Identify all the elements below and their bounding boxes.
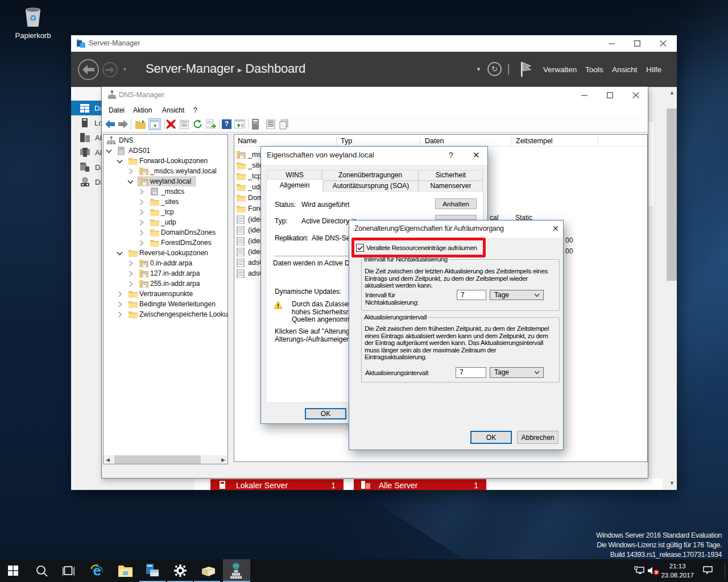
svg-text:♻: ♻: [29, 14, 36, 23]
